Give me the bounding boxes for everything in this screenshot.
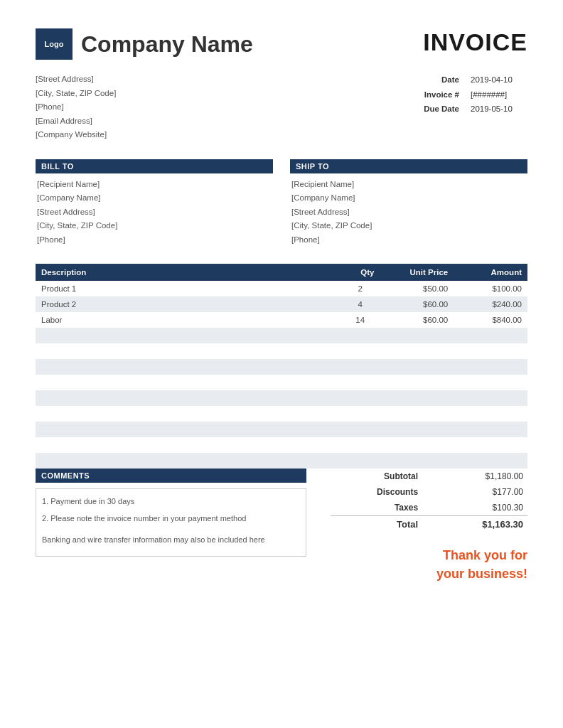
cell-description	[36, 328, 341, 343]
thank-you-line1: Thank you for	[331, 547, 527, 564]
cell-qty: 14	[341, 312, 380, 328]
total-value: $1,163.30	[427, 516, 527, 533]
table-row	[36, 328, 527, 343]
table-row: Product 24$60.00$240.00	[36, 296, 527, 312]
cell-qty	[341, 390, 380, 406]
comments-body: 1. Payment due in 30 days2. Please note …	[36, 488, 306, 556]
invoice-meta: Date 2019-04-10 Invoice # [#######] Due …	[424, 73, 527, 142]
ship-to-line: [Street Address]	[290, 205, 527, 220]
cell-amount	[454, 453, 527, 469]
company-address-line: [Street Address]	[36, 73, 116, 87]
col-header-amount: Amount	[454, 264, 527, 281]
taxes-label: Taxes	[331, 500, 427, 516]
comments-extra: Banking and wire transfer information ma…	[42, 533, 300, 547]
cell-unit_price	[380, 453, 454, 469]
cell-unit_price: $50.00	[380, 281, 454, 296]
invoice-title: INVOICE	[423, 28, 527, 56]
col-header-unit-price: Unit Price	[380, 264, 454, 281]
thank-you-line2: your business!	[331, 565, 527, 583]
cell-unit_price: $60.00	[380, 312, 454, 328]
comment-line: 1. Payment due in 30 days	[42, 495, 300, 509]
table-row	[36, 375, 527, 390]
cell-amount	[454, 406, 527, 422]
company-address-line: [City, State, ZIP Code]	[36, 87, 116, 101]
cell-description	[36, 390, 341, 406]
items-table: Description Qty Unit Price Amount Produc…	[36, 264, 527, 469]
total-label: Total	[331, 516, 427, 533]
ship-to-line: [City, State, ZIP Code]	[290, 219, 527, 233]
cell-qty	[341, 328, 380, 343]
cell-description	[36, 437, 341, 453]
ship-to-line: [Phone]	[290, 233, 527, 247]
invoice-label: Invoice #	[424, 87, 459, 102]
cell-amount	[454, 359, 527, 375]
bill-to-header: BILL TO	[36, 159, 273, 173]
due-date-label: Due Date	[424, 102, 459, 117]
table-row	[36, 406, 527, 422]
table-row	[36, 390, 527, 406]
header-left: Logo Company Name	[36, 28, 253, 60]
comments-header: COMMENTS	[36, 469, 306, 483]
company-address-line: [Email Address]	[36, 114, 116, 129]
cell-qty	[341, 422, 380, 437]
date-value: 2019-04-10	[471, 73, 527, 87]
cell-amount	[454, 328, 527, 343]
discounts-value: $177.00	[427, 484, 527, 500]
comment-line: 2. Please note the invoice number in you…	[42, 512, 300, 526]
cell-description	[36, 359, 341, 375]
cell-qty	[341, 406, 380, 422]
col-header-description: Description	[36, 264, 341, 281]
discounts-label: Discounts	[331, 484, 427, 500]
cell-amount: $840.00	[454, 312, 527, 328]
company-address-line: [Phone]	[36, 100, 116, 114]
cell-amount: $100.00	[454, 281, 527, 296]
addresses-section: BILL TO [Recipient Name][Company Name][S…	[36, 159, 527, 247]
bill-to-line: [Company Name]	[36, 191, 273, 205]
ship-to-line: [Recipient Name]	[290, 178, 527, 192]
cell-description: Product 2	[36, 296, 341, 312]
cell-unit_price	[380, 390, 454, 406]
ship-to-block: SHIP TO [Recipient Name][Company Name][S…	[290, 159, 527, 247]
cell-unit_price	[380, 359, 454, 375]
cell-amount	[454, 343, 527, 359]
company-name: Company Name	[81, 31, 253, 58]
cell-unit_price: $60.00	[380, 296, 454, 312]
logo-box: Logo	[36, 28, 73, 60]
taxes-value: $100.30	[427, 500, 527, 516]
cell-unit_price	[380, 406, 454, 422]
comments-lines: 1. Payment due in 30 days2. Please note …	[42, 495, 300, 526]
cell-description: Labor	[36, 312, 341, 328]
totals-block: Subtotal $1,180.00 Discounts $177.00 Tax…	[331, 469, 527, 582]
subtotal-value: $1,180.00	[427, 469, 527, 484]
company-address: [Street Address][City, State, ZIP Code][…	[36, 73, 116, 142]
table-row	[36, 437, 527, 453]
company-info-section: [Street Address][City, State, ZIP Code][…	[36, 73, 527, 142]
table-row	[36, 359, 527, 375]
header: Logo Company Name INVOICE	[36, 28, 527, 60]
cell-amount	[454, 375, 527, 390]
cell-amount	[454, 390, 527, 406]
bill-to-line: [City, State, ZIP Code]	[36, 219, 273, 233]
cell-qty	[341, 437, 380, 453]
date-label: Date	[441, 73, 459, 87]
bill-to-block: BILL TO [Recipient Name][Company Name][S…	[36, 159, 273, 247]
cell-qty	[341, 359, 380, 375]
cell-description	[36, 453, 341, 469]
cell-qty	[341, 453, 380, 469]
bill-to-lines: [Recipient Name][Company Name][Street Ad…	[36, 178, 273, 247]
cell-unit_price	[380, 422, 454, 437]
invoice-value: [#######]	[471, 87, 527, 102]
cell-unit_price	[380, 375, 454, 390]
due-date-value: 2019-05-10	[471, 102, 527, 117]
ship-to-line: [Company Name]	[290, 191, 527, 205]
table-row: Product 12$50.00$100.00	[36, 281, 527, 296]
table-row	[36, 343, 527, 359]
cell-description: Product 1	[36, 281, 341, 296]
bill-to-line: [Street Address]	[36, 205, 273, 220]
cell-unit_price	[380, 328, 454, 343]
col-header-qty: Qty	[341, 264, 380, 281]
cell-description	[36, 422, 341, 437]
cell-qty	[341, 343, 380, 359]
ship-to-lines: [Recipient Name][Company Name][Street Ad…	[290, 178, 527, 247]
company-address-line: [Company Website]	[36, 128, 116, 142]
